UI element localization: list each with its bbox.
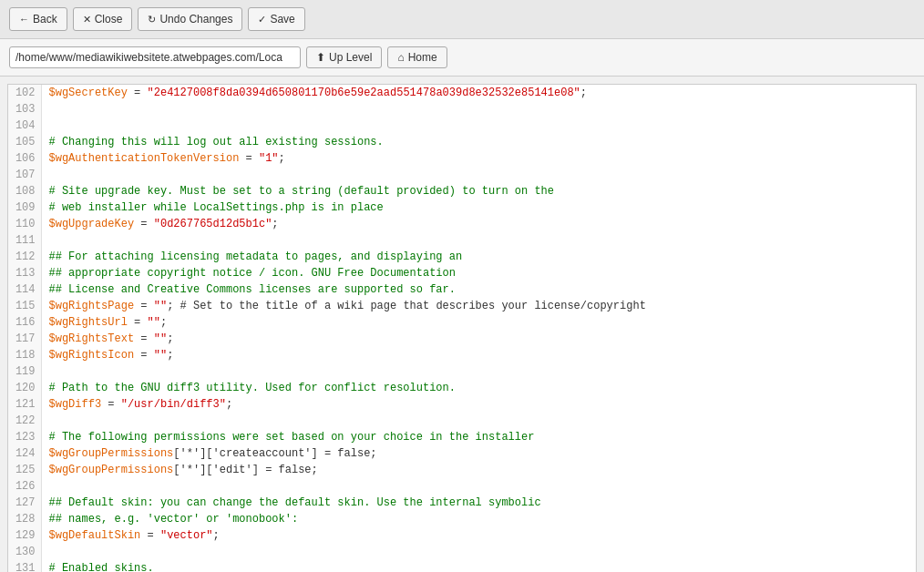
- undo-label: Undo Changes: [159, 13, 232, 26]
- code-plain: =: [101, 398, 121, 411]
- code-string: "1": [259, 152, 279, 165]
- line-code: ## For attaching licensing metadata to p…: [41, 249, 916, 265]
- close-label: Close: [95, 13, 123, 26]
- line-number: 106: [8, 150, 41, 167]
- line-number: 119: [8, 363, 41, 380]
- line-code: [41, 544, 916, 560]
- home-button[interactable]: ⌂ Home: [387, 46, 447, 68]
- code-string: "": [154, 300, 167, 312]
- line-code: ## License and Creative Commons licenses…: [41, 281, 916, 298]
- close-icon: ✕: [83, 14, 91, 26]
- line-number: 122: [8, 413, 41, 429]
- code-plain: ;: [213, 529, 220, 542]
- line-number: 129: [8, 527, 41, 544]
- code-variable: $wgRightsPage: [49, 300, 135, 312]
- line-number: 113: [8, 265, 41, 281]
- line-code: $wgGroupPermissions['*']['createaccount'…: [41, 445, 916, 462]
- line-code: $wgDefaultSkin = "vector";: [41, 527, 916, 544]
- table-row: 123# The following permissions were set …: [8, 429, 916, 445]
- code-plain: =: [140, 529, 160, 542]
- code-string: "vector": [160, 529, 213, 542]
- line-code: $wgRightsText = "";: [41, 331, 916, 347]
- line-number: 104: [8, 117, 41, 134]
- line-number: 109: [8, 199, 41, 216]
- table-row: 131# Enabled skins.: [8, 560, 916, 572]
- back-icon: ←: [19, 14, 29, 25]
- table-row: 129$wgDefaultSkin = "vector";: [8, 527, 916, 544]
- line-number: 108: [8, 183, 41, 199]
- code-string: "": [154, 349, 167, 362]
- line-code: # web installer while LocalSettings.php …: [41, 199, 916, 216]
- code-plain: =: [128, 87, 148, 99]
- path-input[interactable]: [9, 46, 301, 68]
- up-level-icon: ⬆: [316, 51, 325, 64]
- line-number: 121: [8, 396, 41, 413]
- line-code: $wgRightsIcon = "";: [41, 347, 916, 363]
- code-variable: $wgRightsUrl: [49, 316, 128, 329]
- code-plain: =: [134, 349, 154, 362]
- line-code: $wgDiff3 = "/usr/bin/diff3";: [41, 396, 916, 413]
- code-comment: ## Default skin: you can change the defa…: [49, 496, 541, 509]
- table-row: 120# Path to the GNU diff3 utility. Used…: [8, 380, 916, 396]
- line-number: 118: [8, 347, 41, 363]
- line-number: 123: [8, 429, 41, 445]
- save-icon: ✓: [258, 14, 266, 26]
- undo-icon: ↻: [148, 14, 156, 26]
- line-number: 116: [8, 314, 41, 331]
- toolbar: ← Back ✕ Close ↻ Undo Changes ✓ Save: [0, 0, 924, 39]
- code-variable: $wgRightsIcon: [49, 349, 135, 362]
- table-row: 128## names, e.g. 'vector' or 'monobook'…: [8, 511, 916, 527]
- code-comment: ## For attaching licensing metadata to p…: [49, 250, 463, 263]
- table-row: 109# web installer while LocalSettings.p…: [8, 199, 916, 216]
- code-comment: # The following permissions were set bas…: [49, 431, 535, 444]
- code-string: "/usr/bin/diff3": [121, 398, 226, 411]
- code-comment: # Path to the GNU diff3 utility. Used fo…: [49, 382, 456, 394]
- save-button[interactable]: ✓ Save: [248, 7, 304, 31]
- line-code: [41, 167, 916, 183]
- code-variable: $wgGroupPermissions: [49, 447, 174, 460]
- line-code: ## Default skin: you can change the defa…: [41, 495, 916, 511]
- home-icon: ⌂: [397, 51, 404, 64]
- back-button[interactable]: ← Back: [9, 7, 67, 31]
- close-button[interactable]: ✕ Close: [73, 7, 133, 31]
- code-plain: ;: [167, 332, 173, 345]
- table-row: 104: [8, 117, 916, 134]
- code-plain: ;: [167, 349, 173, 362]
- line-number: 105: [8, 134, 41, 150]
- undo-button[interactable]: ↻ Undo Changes: [138, 7, 242, 31]
- table-row: 105# Changing this will log out all exis…: [8, 134, 916, 150]
- line-number: 128: [8, 511, 41, 527]
- code-string: "0d267765d12d5b1c": [154, 218, 272, 230]
- line-number: 102: [8, 85, 41, 101]
- code-comment: # web installer while LocalSettings.php …: [49, 201, 384, 214]
- line-number: 117: [8, 331, 41, 347]
- line-number: 111: [8, 232, 41, 249]
- code-comment: ## appropriate copyright notice / icon. …: [49, 267, 456, 280]
- code-plain: ['*']['edit'] = false;: [173, 464, 317, 476]
- code-variable: $wgDefaultSkin: [49, 529, 141, 542]
- line-code: $wgRightsPage = ""; # Set to the title o…: [41, 298, 916, 314]
- code-variable: $wgDiff3: [49, 398, 102, 411]
- line-number: 110: [8, 216, 41, 232]
- code-plain: ;: [226, 398, 232, 411]
- up-level-button[interactable]: ⬆ Up Level: [306, 46, 382, 68]
- table-row: 127## Default skin: you can change the d…: [8, 495, 916, 511]
- code-table: 102$wgSecretKey = "2e4127008f8da0394d650…: [8, 85, 916, 572]
- line-code: $wgSecretKey = "2e4127008f8da0394d650801…: [41, 85, 916, 101]
- home-label: Home: [408, 51, 437, 64]
- table-row: 118$wgRightsIcon = "";: [8, 347, 916, 363]
- line-code: [41, 413, 916, 429]
- line-code: $wgRightsUrl = "";: [41, 314, 916, 331]
- code-comment: # Enabled skins.: [49, 562, 154, 572]
- line-code: [41, 232, 916, 249]
- code-plain: =: [239, 152, 259, 165]
- table-row: 116$wgRightsUrl = "";: [8, 314, 916, 331]
- table-row: 119: [8, 363, 916, 380]
- line-code: [41, 478, 916, 495]
- table-row: 121$wgDiff3 = "/usr/bin/diff3";: [8, 396, 916, 413]
- code-variable: $wgAuthenticationTokenVersion: [49, 152, 240, 165]
- code-string: "": [148, 316, 160, 329]
- code-plain: =: [134, 332, 154, 345]
- code-plain: ;: [160, 316, 167, 329]
- code-comment: ## License and Creative Commons licenses…: [49, 283, 456, 296]
